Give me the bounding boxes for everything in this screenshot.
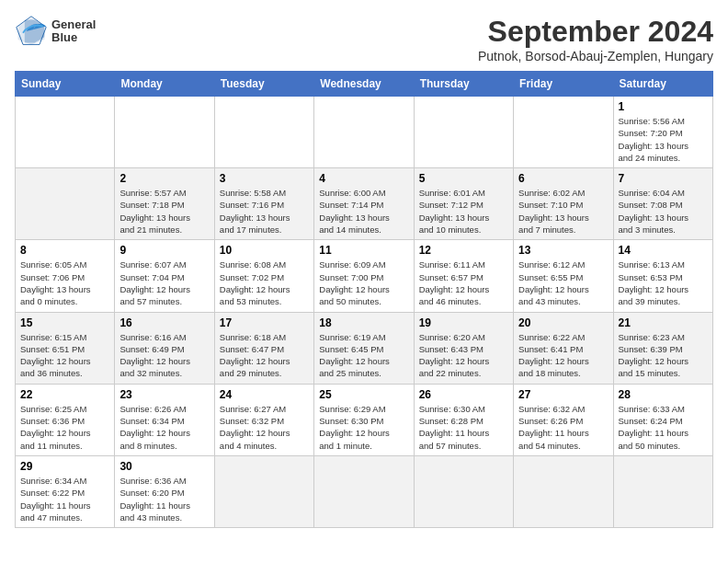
day-info: Sunrise: 6:07 AMSunset: 7:04 PMDaylight:… [119, 259, 190, 306]
day-info: Sunrise: 6:20 AMSunset: 6:43 PMDaylight:… [419, 332, 490, 379]
day-info: Sunrise: 6:08 AMSunset: 7:02 PMDaylight:… [220, 259, 290, 306]
calendar-cell [514, 97, 613, 168]
calendar-week-1: 2Sunrise: 5:57 AMSunset: 7:18 PMDaylight… [16, 168, 713, 240]
day-info: Sunrise: 6:12 AMSunset: 6:55 PMDaylight:… [518, 259, 589, 306]
calendar-cell [514, 455, 613, 527]
calendar-cell: 14Sunrise: 6:13 AMSunset: 6:53 PMDayligh… [613, 240, 712, 312]
header-monday: Monday [115, 72, 214, 97]
day-number: 6 [518, 172, 608, 185]
calendar-cell: 6Sunrise: 6:02 AMSunset: 7:10 PMDaylight… [514, 168, 613, 240]
calendar-title: September 2024 [478, 15, 713, 49]
calendar-cell: 28Sunrise: 6:33 AMSunset: 6:24 PMDayligh… [613, 384, 712, 455]
calendar-cell [214, 97, 313, 168]
calendar-cell: 15Sunrise: 6:15 AMSunset: 6:51 PMDayligh… [16, 312, 115, 384]
day-number: 2 [119, 172, 209, 185]
day-info: Sunrise: 6:18 AMSunset: 6:47 PMDaylight:… [220, 332, 290, 379]
day-info: Sunrise: 6:11 AMSunset: 6:57 PMDaylight:… [419, 259, 490, 306]
day-number: 15 [20, 316, 109, 329]
calendar-cell: 10Sunrise: 6:08 AMSunset: 7:02 PMDayligh… [214, 240, 313, 312]
calendar-cell: 5Sunrise: 6:01 AMSunset: 7:12 PMDaylight… [414, 168, 513, 240]
calendar-cell: 20Sunrise: 6:22 AMSunset: 6:41 PMDayligh… [514, 312, 613, 384]
day-info: Sunrise: 6:05 AMSunset: 7:06 PMDaylight:… [20, 259, 91, 306]
calendar-cell [115, 97, 214, 168]
header-thursday: Thursday [414, 72, 513, 97]
calendar-cell [613, 455, 712, 527]
day-info: Sunrise: 6:27 AMSunset: 6:32 PMDaylight:… [220, 404, 290, 451]
calendar-table: Sunday Monday Tuesday Wednesday Thursday… [15, 71, 713, 528]
calendar-cell [314, 97, 414, 168]
calendar-cell: 19Sunrise: 6:20 AMSunset: 6:43 PMDayligh… [414, 312, 513, 384]
day-number: 30 [119, 460, 209, 473]
day-number: 29 [20, 460, 109, 473]
day-number: 26 [419, 388, 508, 401]
day-info: Sunrise: 6:19 AMSunset: 6:45 PMDaylight:… [319, 332, 390, 379]
day-number: 3 [220, 172, 309, 185]
day-info: Sunrise: 6:29 AMSunset: 6:30 PMDaylight:… [319, 404, 390, 451]
header-sunday: Sunday [16, 72, 115, 97]
day-info: Sunrise: 6:01 AMSunset: 7:12 PMDaylight:… [419, 188, 490, 235]
calendar-cell: 24Sunrise: 6:27 AMSunset: 6:32 PMDayligh… [214, 384, 313, 455]
day-info: Sunrise: 6:04 AMSunset: 7:08 PMDaylight:… [619, 188, 689, 235]
calendar-cell: 29Sunrise: 6:34 AMSunset: 6:22 PMDayligh… [16, 455, 115, 527]
day-info: Sunrise: 6:00 AMSunset: 7:14 PMDaylight:… [319, 188, 390, 235]
calendar-cell [314, 455, 414, 527]
calendar-cell [16, 97, 115, 168]
calendar-cell: 7Sunrise: 6:04 AMSunset: 7:08 PMDaylight… [613, 168, 712, 240]
day-number: 8 [20, 244, 109, 257]
day-number: 17 [220, 316, 309, 329]
day-info: Sunrise: 6:30 AMSunset: 6:28 PMDaylight:… [419, 404, 490, 451]
calendar-cell: 8Sunrise: 6:05 AMSunset: 7:06 PMDaylight… [16, 240, 115, 312]
page-header: General Blue September 2024 Putnok, Bors… [15, 15, 713, 63]
calendar-cell: 21Sunrise: 6:23 AMSunset: 6:39 PMDayligh… [613, 312, 712, 384]
calendar-week-4: 22Sunrise: 6:25 AMSunset: 6:36 PMDayligh… [16, 384, 713, 455]
day-number: 10 [220, 244, 309, 257]
calendar-week-3: 15Sunrise: 6:15 AMSunset: 6:51 PMDayligh… [16, 312, 713, 384]
calendar-cell [16, 168, 115, 240]
calendar-cell: 27Sunrise: 6:32 AMSunset: 6:26 PMDayligh… [514, 384, 613, 455]
day-number: 28 [619, 388, 708, 401]
logo-line1: General [51, 18, 96, 31]
day-info: Sunrise: 6:15 AMSunset: 6:51 PMDaylight:… [20, 332, 91, 379]
day-info: Sunrise: 6:09 AMSunset: 7:00 PMDaylight:… [319, 259, 390, 306]
days-header-row: Sunday Monday Tuesday Wednesday Thursday… [16, 72, 713, 97]
calendar-cell: 25Sunrise: 6:29 AMSunset: 6:30 PMDayligh… [314, 384, 414, 455]
calendar-cell: 4Sunrise: 6:00 AMSunset: 7:14 PMDaylight… [314, 168, 414, 240]
calendar-cell: 22Sunrise: 6:25 AMSunset: 6:36 PMDayligh… [16, 384, 115, 455]
calendar-cell: 16Sunrise: 6:16 AMSunset: 6:49 PMDayligh… [115, 312, 214, 384]
title-block: September 2024 Putnok, Borsod-Abauj-Zemp… [478, 15, 713, 63]
day-info: Sunrise: 6:26 AMSunset: 6:34 PMDaylight:… [119, 404, 190, 451]
calendar-cell [414, 455, 513, 527]
calendar-cell: 18Sunrise: 6:19 AMSunset: 6:45 PMDayligh… [314, 312, 414, 384]
day-number: 20 [518, 316, 608, 329]
calendar-subtitle: Putnok, Borsod-Abauj-Zemplen, Hungary [478, 49, 713, 63]
day-number: 23 [119, 388, 209, 401]
day-number: 1 [619, 100, 708, 113]
day-number: 9 [119, 244, 209, 257]
day-info: Sunrise: 6:25 AMSunset: 6:36 PMDaylight:… [20, 404, 91, 451]
day-number: 18 [319, 316, 408, 329]
calendar-week-0: 1Sunrise: 5:56 AMSunset: 7:20 PMDaylight… [16, 97, 713, 168]
calendar-cell: 26Sunrise: 6:30 AMSunset: 6:28 PMDayligh… [414, 384, 513, 455]
day-number: 25 [319, 388, 408, 401]
calendar-cell: 3Sunrise: 5:58 AMSunset: 7:16 PMDaylight… [214, 168, 313, 240]
day-number: 7 [619, 172, 708, 185]
header-wednesday: Wednesday [314, 72, 414, 97]
calendar-week-5: 29Sunrise: 6:34 AMSunset: 6:22 PMDayligh… [16, 455, 713, 527]
day-number: 13 [518, 244, 608, 257]
calendar-cell: 30Sunrise: 6:36 AMSunset: 6:20 PMDayligh… [115, 455, 214, 527]
calendar-cell: 11Sunrise: 6:09 AMSunset: 7:00 PMDayligh… [314, 240, 414, 312]
day-number: 11 [319, 244, 408, 257]
calendar-cell [414, 97, 513, 168]
header-tuesday: Tuesday [214, 72, 313, 97]
calendar-cell: 1Sunrise: 5:56 AMSunset: 7:20 PMDaylight… [613, 97, 712, 168]
day-info: Sunrise: 6:36 AMSunset: 6:20 PMDaylight:… [119, 476, 190, 523]
day-info: Sunrise: 5:58 AMSunset: 7:16 PMDaylight:… [220, 188, 290, 235]
day-info: Sunrise: 6:33 AMSunset: 6:24 PMDaylight:… [619, 404, 689, 451]
day-number: 14 [619, 244, 708, 257]
day-info: Sunrise: 6:13 AMSunset: 6:53 PMDaylight:… [619, 259, 689, 306]
calendar-cell: 13Sunrise: 6:12 AMSunset: 6:55 PMDayligh… [514, 240, 613, 312]
header-friday: Friday [514, 72, 613, 97]
header-saturday: Saturday [613, 72, 712, 97]
day-number: 27 [518, 388, 608, 401]
day-info: Sunrise: 6:02 AMSunset: 7:10 PMDaylight:… [518, 188, 589, 235]
